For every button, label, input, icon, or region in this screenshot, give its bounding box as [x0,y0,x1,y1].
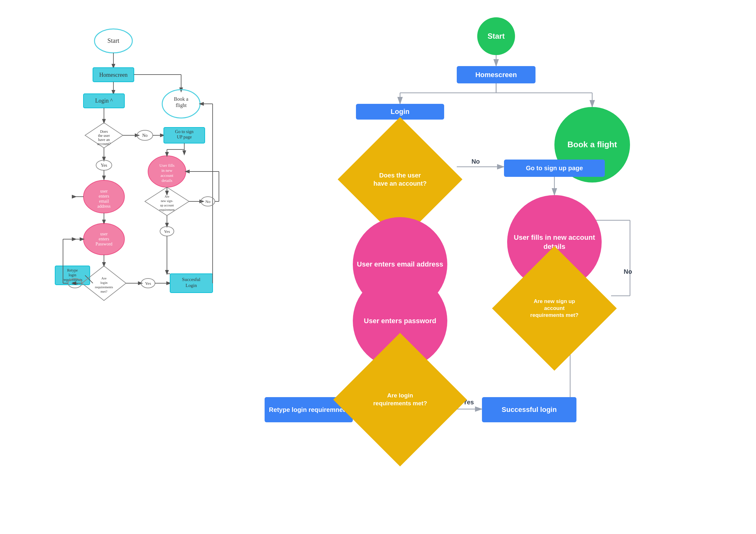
svg-text:Are: Are [101,276,107,280]
successful-login-node: Successful login [482,397,577,422]
svg-text:enters: enters [98,194,109,198]
svg-text:Homescreen: Homescreen [99,72,127,78]
svg-text:up account: up account [160,204,174,207]
svg-text:have an: have an [98,138,110,142]
svg-text:No: No [142,133,148,138]
svg-text:Go to sign: Go to sign [175,129,193,134]
svg-text:email: email [99,199,109,204]
homescreen-node: Homescreen [457,66,535,83]
svg-text:address: address [97,204,111,209]
svg-text:Yes: Yes [101,163,107,168]
svg-text:Does: Does [100,129,108,134]
svg-text:account?: account? [97,141,111,146]
svg-text:requirements: requirements [95,285,113,289]
svg-text:Book a: Book a [174,96,188,102]
svg-text:Start: Start [107,37,120,44]
svg-text:Yes: Yes [164,229,170,234]
go-to-signup-node: Go to sign up page [504,160,605,177]
svg-text:login: login [100,281,108,285]
svg-text:user: user [100,232,108,236]
svg-text:Login: Login [185,283,197,288]
svg-text:the user: the user [98,134,110,138]
svg-text:flight: flight [176,103,187,108]
svg-text:met?: met? [100,290,107,293]
svg-text:Succesful: Succesful [182,277,200,282]
svg-text:No: No [72,281,77,286]
svg-text:user: user [100,189,108,193]
digital-flowchart: No Yes No Yes No Yes [236,0,756,534]
svg-text:UP page: UP page [177,135,192,140]
are-login-req-met-node: Are login requirements met? [333,333,467,466]
svg-text:Are: Are [165,195,170,198]
svg-text:No: No [624,268,632,275]
svg-text:new sign-: new sign- [161,199,173,203]
are-new-signup-req-met-node: Are new sign up account requirements met… [492,246,617,371]
svg-text:enters: enters [98,237,109,242]
svg-text:Password: Password [95,242,113,246]
svg-text:User fills: User fills [159,163,175,168]
svg-text:in new: in new [161,168,173,173]
sketch-flowchart: Start Homescreen Login ^ Book a flight D… [0,0,221,534]
svg-text:No: No [472,158,480,165]
svg-text:Login ^: Login ^ [95,97,113,104]
svg-text:account: account [161,173,174,178]
start-node: Start [477,17,515,55]
svg-text:No: No [205,199,210,204]
svg-text:details: details [162,178,172,183]
svg-text:requirement: requirement [159,208,175,212]
svg-text:Yes: Yes [145,281,151,286]
svg-text:login: login [69,273,76,277]
svg-text:Retype: Retype [67,268,78,272]
